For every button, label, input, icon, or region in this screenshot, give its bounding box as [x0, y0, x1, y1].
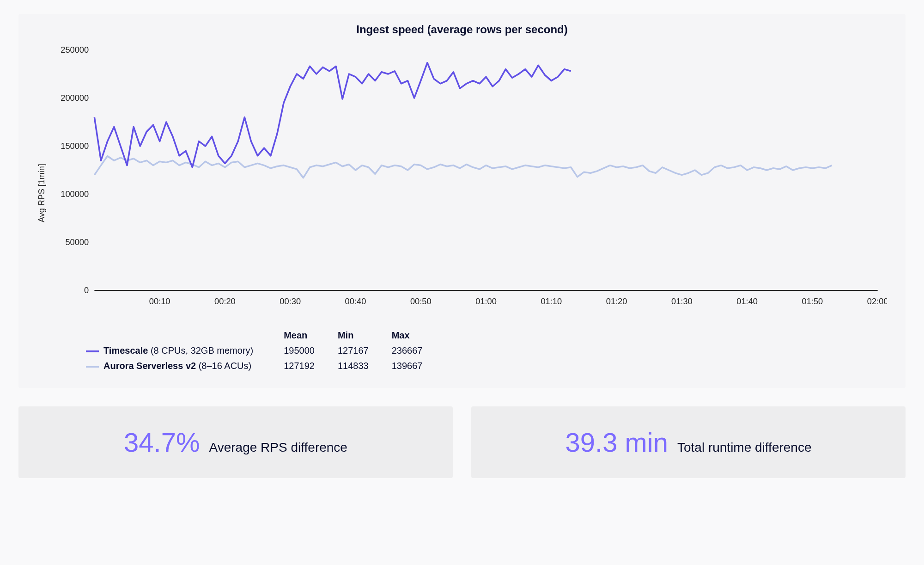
- chart-container: Ingest speed (average rows per second) A…: [18, 14, 906, 388]
- stat-label: Total runtime difference: [677, 440, 812, 455]
- legend-series-name: Timescale: [103, 345, 148, 356]
- legend-series-sub: (8 CPUs, 32GB memory): [151, 345, 253, 356]
- legend-cell-mean: 195000: [273, 344, 326, 358]
- svg-text:01:10: 01:10: [541, 297, 562, 306]
- svg-text:00:50: 00:50: [410, 297, 432, 306]
- line-chart: 05000010000015000020000025000000:1000:20…: [52, 45, 887, 313]
- legend-row: Timescale (8 CPUs, 32GB memory)195000127…: [75, 344, 433, 358]
- svg-text:50000: 50000: [65, 238, 89, 247]
- svg-text:00:20: 00:20: [214, 297, 236, 306]
- svg-text:150000: 150000: [61, 141, 89, 151]
- chart-title: Ingest speed (average rows per second): [37, 23, 887, 36]
- y-axis-label: Avg RPS [1min]: [37, 45, 47, 313]
- legend-header-mean: Mean: [273, 328, 326, 343]
- legend-header-min: Min: [327, 328, 380, 343]
- svg-text:01:20: 01:20: [606, 297, 627, 306]
- legend-series-sub: (8–16 ACUs): [199, 361, 252, 371]
- legend-series-label: Timescale (8 CPUs, 32GB memory): [75, 344, 272, 358]
- svg-text:0: 0: [84, 286, 89, 295]
- svg-text:250000: 250000: [61, 45, 89, 55]
- legend-table: Mean Min Max Timescale (8 CPUs, 32GB mem…: [74, 327, 434, 374]
- svg-text:02:00: 02:00: [867, 297, 887, 306]
- legend-cell-mean: 127192: [273, 359, 326, 373]
- stat-card-runtime: 39.3 min Total runtime difference: [471, 406, 906, 478]
- legend-series-name: Aurora Serverless v2: [103, 361, 196, 371]
- legend-header-row: Mean Min Max: [75, 328, 433, 343]
- legend-row: Aurora Serverless v2 (8–16 ACUs)12719211…: [75, 359, 433, 373]
- svg-text:01:50: 01:50: [802, 297, 823, 306]
- svg-text:01:00: 01:00: [475, 297, 497, 306]
- svg-text:00:40: 00:40: [345, 297, 366, 306]
- svg-text:00:30: 00:30: [280, 297, 301, 306]
- stat-value: 39.3 min: [565, 427, 668, 458]
- svg-text:100000: 100000: [61, 190, 89, 199]
- svg-text:200000: 200000: [61, 93, 89, 103]
- legend-header-max: Max: [381, 328, 434, 343]
- legend-swatch: [86, 350, 99, 352]
- stat-value: 34.7%: [124, 427, 200, 458]
- svg-text:00:10: 00:10: [149, 297, 170, 306]
- plot-wrap: Avg RPS [1min] 0500001000001500002000002…: [37, 45, 887, 313]
- legend-cell-max: 139667: [381, 359, 434, 373]
- stat-label: Average RPS difference: [209, 440, 347, 455]
- stat-row: 34.7% Average RPS difference 39.3 min To…: [18, 406, 906, 478]
- legend-cell-min: 114833: [327, 359, 380, 373]
- legend-cell-max: 236667: [381, 344, 434, 358]
- legend-series-label: Aurora Serverless v2 (8–16 ACUs): [75, 359, 272, 373]
- plot-holder: 05000010000015000020000025000000:1000:20…: [52, 45, 887, 313]
- legend-cell-min: 127167: [327, 344, 380, 358]
- svg-text:01:30: 01:30: [671, 297, 693, 306]
- stat-card-rps: 34.7% Average RPS difference: [18, 406, 453, 478]
- legend-swatch: [86, 366, 99, 368]
- svg-text:01:40: 01:40: [736, 297, 758, 306]
